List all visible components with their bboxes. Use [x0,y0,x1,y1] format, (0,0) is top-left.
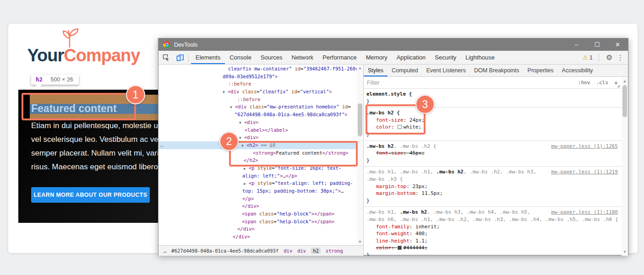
code-token: </div> [233,234,250,239]
stylesheet-link[interactable]: mw-paper.less (1):1180 [551,209,618,216]
elements-node[interactable]: <label></label> [158,126,357,134]
device-toolbar-icon[interactable] [174,53,186,63]
sidebar-tab-properties[interactable]: Properties [524,65,558,76]
annotation-box-1 [22,93,136,120]
elements-node[interactable]: ▼<div class="mw-presentation homebox" id… [158,103,357,111]
styles-filterbar: :hov .cls + [364,77,628,89]
code-token: "39462467-f951-260c- [303,66,361,71]
elements-node[interactable]: "627d4498-048a-01ca-4ee5-98dca0ca093f"> [158,111,357,119]
paragraph-line: risus. Maecenas eget euismod libero. [31,160,158,174]
css-property[interactable]: font-size: 45px; [366,150,620,157]
elements-node[interactable]: </div> [158,233,357,241]
code-token: <span [242,219,257,224]
warning-count[interactable]: 1 [589,54,593,61]
elements-node[interactable]: ::before [158,96,357,103]
toggle-class-button[interactable]: .cls [596,80,608,86]
stylesheet-link[interactable]: mw-paper.less (1):1219 [551,168,618,176]
css-property[interactable]: color: #444444; [366,244,620,252]
breadcrumb-item[interactable]: h2 [311,248,321,254]
tab-network[interactable]: Network [287,51,318,64]
breadcrumb-item[interactable]: strong [326,248,343,253]
elements-node[interactable]: ▼<div> [158,134,357,141]
elements-node[interactable]: clearfix mw-container" id="39462467-f951… [158,65,357,73]
styles-filter-input[interactable] [364,80,578,86]
tab-elements[interactable]: Elements [191,51,225,64]
elements-node[interactable]: ▼<div> [158,119,357,126]
selector-token: .mw-bs h1, .mw-bs .h1, [366,169,436,175]
rule-selector[interactable]: .mw-bs h6, .mw-bs .h1, .mw-bs .h2, .mw-b… [366,216,620,223]
style-rule[interactable]: mw-paper.less (1):1265.mw-bs h2, .mw-bs … [364,141,622,167]
scroll-down-icon[interactable]: ▼ [357,239,363,245]
elements-node[interactable]: align: left;">…</p> [158,172,357,180]
hero-paragraph: Etiam in dui pellentesque, molestie urnv… [31,119,158,174]
css-property[interactable]: font-family: inherit; [366,223,620,231]
breadcrumb-item[interactable]: … [164,248,166,253]
scroll-up-icon[interactable]: ▲ [357,65,363,71]
tab-lighthouse[interactable]: Lighthouse [461,51,499,64]
breadcrumb-item[interactable]: div [284,248,292,253]
elements-node[interactable]: d09a-03ed9512e179"> [158,73,357,81]
sidebar-tab-event-listeners[interactable]: Event Listeners [422,65,470,76]
minimize-button[interactable]: – [566,38,587,51]
code-token: id [342,104,348,109]
warning-icon[interactable]: ⚠ [583,54,588,61]
elements-node[interactable]: </p> [158,195,357,203]
rule-selector[interactable]: element.style { [366,91,620,98]
sidebar-tab-dom-breakpoints[interactable]: DOM Breakpoints [470,65,524,76]
elements-node[interactable]: ▶<p style="text-align: left; padding- [158,179,357,187]
elements-scrollbar[interactable]: ▲ ▼ [357,65,363,256]
code-token: "text-align: left; padding- [275,180,353,186]
more-options-icon[interactable]: ⋮ [617,54,624,62]
scrollbar-thumb[interactable] [358,103,362,136]
sidebar-tab-styles[interactable]: Styles [364,65,387,76]
elements-node[interactable]: ::before [158,80,357,88]
code-token: <span [242,211,257,216]
code-token: "clearfix" [260,89,289,94]
css-property[interactable]: margin-top: 23px; [366,183,620,190]
scroll-down-icon[interactable]: ▼ [622,249,628,255]
sidebar-tab-accessibility[interactable]: Accessibility [558,65,597,76]
property-name: line-height [376,238,409,244]
inspect-element-icon[interactable] [160,53,172,63]
css-property[interactable]: line-height: 1.1; [366,237,620,245]
node-overflow-dots[interactable]: … [160,141,164,149]
tab-memory[interactable]: Memory [361,51,392,64]
elements-node[interactable]: <span class="help-block"></span> [158,210,357,218]
property-name: font-weight [376,231,409,237]
elements-node[interactable]: </div> [158,225,357,233]
devtools-titlebar[interactable]: DevTools – ☐ ✕ [158,38,628,51]
tab-console[interactable]: Console [225,51,256,64]
settings-gear-icon[interactable]: ⚙ [606,53,612,62]
scroll-up-icon[interactable]: ▲ [622,78,628,84]
tab-security[interactable]: Security [430,51,461,64]
breadcrumb-item[interactable]: #627d4498-048a-01ca-4ee5-98dca0ca093f [171,248,278,253]
stylesheet-link[interactable]: mw-paper.less (1):1265 [551,143,618,150]
tab-performance[interactable]: Performance [318,51,361,64]
elements-node[interactable]: ▼<div class="clearfix" id="vertical"> [158,88,357,96]
code-token: </p> [242,196,254,201]
elements-node[interactable]: top: 15px; padding-bottom: 30px;">… [158,187,357,195]
code-token: … [341,188,344,194]
elements-node[interactable]: <span class="help-block"></span> [158,218,357,226]
code-token: </div> [237,226,255,232]
elements-node[interactable]: </div> [158,202,357,210]
learn-more-button[interactable]: LEARN MORE ABOUT OUR PRODUCTS [31,187,150,203]
breadcrumb-item[interactable]: div [297,248,306,253]
sidebar-tab-computed[interactable]: Computed [387,65,422,76]
maximize-button[interactable]: ☐ [587,38,607,51]
css-property[interactable]: font-weight: 400; [366,230,620,237]
toggle-hover-state-button[interactable]: :hov [578,80,590,86]
code-token: "help-block" [277,211,311,216]
color-swatch[interactable] [398,246,402,250]
code-token: ></span> [311,219,335,224]
paragraph-line: vel scelerisque leo. Vestibulum ac velit [31,133,158,146]
tab-application[interactable]: Application [392,51,431,64]
style-rule[interactable]: mw-paper.less (1):1219.mw-bs h1, .mw-bs … [364,167,622,207]
tab-sources[interactable]: Sources [256,51,287,64]
css-property[interactable]: margin-bottom: 11.5px; [366,190,620,197]
rule-selector[interactable]: .mw-bs .h3 { [366,176,620,183]
close-button[interactable]: ✕ [607,38,628,51]
scrollbar-thumb[interactable] [622,85,627,117]
style-rule[interactable]: mw-paper.less (1):1180.mw-bs h1, .mw-bs … [364,207,622,256]
styles-scrollbar[interactable]: ▲ ▼ [622,77,628,256]
